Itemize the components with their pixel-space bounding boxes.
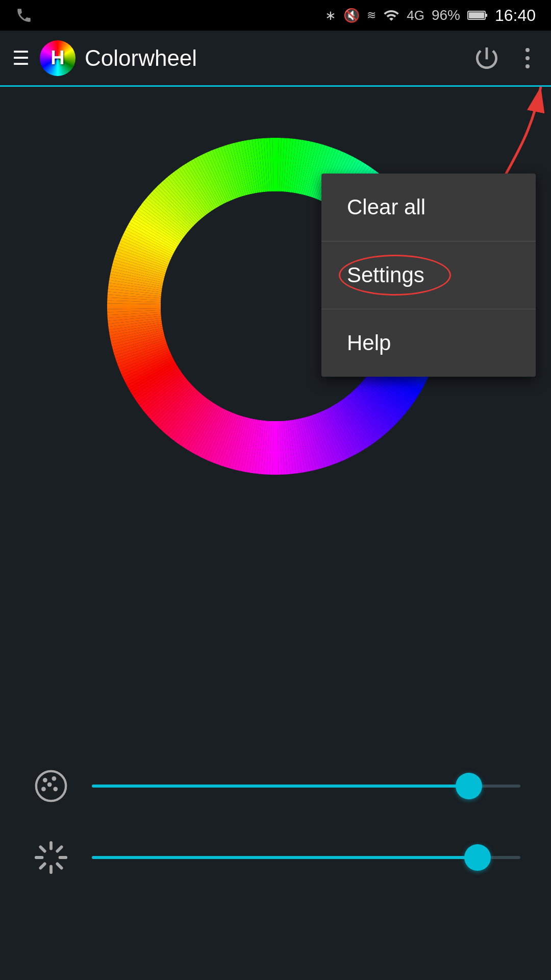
hamburger-menu-icon[interactable]: ☰ — [12, 47, 30, 69]
menu-item-settings[interactable]: Settings — [321, 241, 536, 309]
dot2 — [525, 56, 530, 60]
menu-item-clear-all[interactable]: Clear all — [321, 174, 536, 241]
app-bar-actions — [472, 44, 539, 72]
svg-rect-1 — [469, 12, 484, 18]
brightness-slider-row — [31, 837, 520, 878]
status-left — [15, 7, 33, 24]
app-logo: H — [40, 40, 76, 76]
saturation-slider-row — [31, 766, 520, 806]
status-bar: ∗ 🔇 ≋ 4G 96% 16:40 — [0, 0, 551, 31]
saturation-fill — [92, 785, 469, 788]
svg-line-17 — [57, 847, 61, 851]
brightness-track[interactable] — [92, 856, 520, 859]
brightness-thumb[interactable] — [464, 844, 491, 871]
sliders-section — [0, 766, 551, 878]
vibrate-icon: ≋ — [367, 9, 376, 22]
svg-line-15 — [57, 864, 61, 868]
app-title: Colorwheel — [85, 45, 472, 71]
dropdown-menu: Clear all Settings Help — [321, 174, 536, 377]
svg-point-6 — [52, 776, 56, 781]
more-options-button[interactable] — [516, 47, 539, 69]
network-type: 4G — [407, 8, 424, 23]
svg-line-14 — [40, 847, 44, 851]
app-bar: ☰ H Colorwheel — [0, 31, 551, 87]
brightness-fill — [92, 856, 478, 859]
phone-icon — [15, 7, 33, 24]
svg-point-9 — [47, 782, 52, 787]
cookie-icon — [31, 766, 71, 806]
bluetooth-icon: ∗ — [325, 8, 336, 23]
mute-icon: 🔇 — [343, 8, 360, 23]
power-button[interactable] — [472, 44, 501, 72]
svg-rect-2 — [485, 14, 487, 17]
status-time: 16:40 — [495, 6, 536, 25]
svg-point-8 — [53, 787, 58, 791]
saturation-thumb[interactable] — [456, 773, 482, 799]
menu-item-help[interactable]: Help — [321, 309, 536, 377]
battery-icon — [467, 9, 488, 21]
saturation-track[interactable] — [92, 785, 520, 788]
sparkle-icon — [31, 837, 71, 878]
svg-line-16 — [40, 864, 44, 868]
signal-icon — [383, 7, 399, 23]
status-right: ∗ 🔇 ≋ 4G 96% 16:40 — [325, 6, 536, 25]
dot3 — [525, 64, 530, 68]
dot1 — [525, 48, 530, 52]
battery-percent: 96% — [432, 7, 460, 23]
main-content: Clear all Settings Help — [0, 87, 551, 980]
svg-point-5 — [43, 778, 47, 782]
svg-point-7 — [41, 787, 46, 791]
